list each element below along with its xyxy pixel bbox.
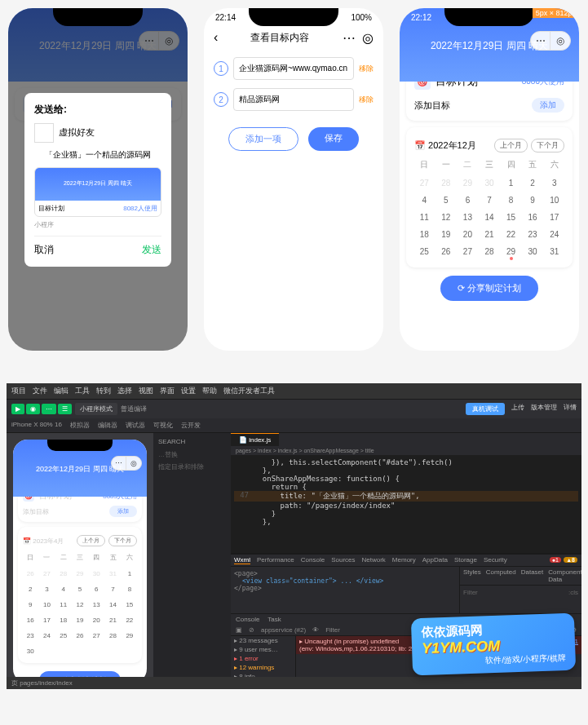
remove-button-2[interactable]: 移除 (359, 95, 374, 105)
styles-panel: StylesComputedDatasetComponent Data Filt… (459, 567, 581, 613)
simulator-panel: ⋯◎ 2022年12月29日 周四 晴天 🎯目标计划 8083人使用 添加目标 … (7, 433, 153, 689)
compile-mode-select[interactable]: 小程序模式 (75, 403, 117, 415)
page-title: 查看目标内容 (250, 31, 309, 45)
save-button[interactable]: 保存 (308, 127, 359, 151)
close-icon[interactable]: ◎ (550, 32, 570, 50)
send-button[interactable]: 发送 (142, 243, 161, 257)
file-tab[interactable]: 📄 index.js (231, 433, 279, 446)
next-month-button[interactable]: 下个月 (531, 139, 564, 153)
back-icon[interactable]: ‹ (214, 30, 218, 45)
menu-icon[interactable]: ⋯ (531, 32, 550, 50)
share-dialog: 发送给: 虚拟好友 「企业猫」一个精品的源码网 2022年12月29日 周四 晴… (24, 93, 171, 267)
calendar-grid[interactable]: 日一二三四五六272829301234567891011121314151617… (414, 156, 564, 259)
app-type-label: 小程序 (34, 220, 161, 229)
device-label[interactable]: iPhone X 80% 16 (11, 421, 62, 430)
capsule[interactable]: ⋯◎ (530, 31, 571, 51)
friend-name: 虚拟好友 (59, 126, 95, 139)
breadcrumb[interactable]: pages > index > index.js > onShareAppMes… (231, 446, 581, 455)
prev-month-button[interactable]: 上个月 (494, 139, 528, 153)
upload-link[interactable]: 上传 (511, 403, 524, 415)
menu-bar[interactable]: 项目文件编辑工具转到选择视图界面设置帮助微信开发者工具 (7, 383, 581, 400)
phone-3-calendar: 5px × 812px 22:12 ⋯◎ 2022年12月29日 周四 晴天 🎯… (400, 8, 579, 351)
watermark-logo: 依依源码网 Y1YM.COM 软件/游戏/小程序/棋牌 (412, 616, 575, 681)
target-input-1[interactable]: 企业猫源码网~www.qymao.cn (233, 57, 354, 80)
code-editor[interactable]: }), this.selectComponent("#date").fetch(… (231, 455, 581, 553)
toolbar: ▶ ◉ ⋯ ☰ 小程序模式 普通编译 真机调试 上传 版本管理 详情 (7, 400, 581, 418)
calendar-card: 📅 2022年12月 上个月 下个月 日一二三四五六27282930123456… (406, 127, 573, 267)
wechat-devtools-ide: 项目文件编辑工具转到选择视图界面设置帮助微信开发者工具 ▶ ◉ ⋯ ☰ 小程序模… (7, 383, 581, 689)
version-link[interactable]: 版本管理 (531, 403, 557, 415)
detail-link[interactable]: 详情 (564, 403, 577, 415)
input-index: 1 (214, 61, 228, 76)
phone-2-edit: 22:14 100% ‹ 查看目标内容 ⋯ ◎ 1 企业猫源码网~www.qym… (204, 8, 383, 351)
status-time: 22:14 (215, 13, 236, 22)
input-row-1: 1 企业猫源码网~www.qymao.cn 移除 (214, 57, 374, 80)
close-icon[interactable]: ◎ (362, 30, 374, 46)
cal-icon: 📅 2022年12月 (414, 139, 476, 152)
status-battery: 100% (351, 13, 372, 22)
sub-toolbar: iPhone X 80% 16 模拟器编辑器调试器可视化云开发 (7, 418, 581, 433)
target-input-2[interactable]: 精品源码网 (233, 88, 354, 111)
add-button[interactable]: 添加 (532, 98, 564, 113)
friend-avatar[interactable] (34, 123, 54, 143)
add-item-button[interactable]: 添加一项 (228, 127, 298, 151)
close-icon[interactable]: ◎ (126, 457, 141, 470)
send-to-label: 发送给: (34, 103, 161, 117)
devtools-tabs[interactable]: WxmlPerformanceConsoleSourcesNetworkMemo… (231, 555, 581, 567)
tb-btn[interactable]: ☰ (58, 404, 72, 414)
preview-header: 2022年12月29日 周四 晴天 (35, 168, 161, 201)
explorer-panel[interactable]: SEARCH …替换 指定目录和排除 (153, 433, 231, 689)
notch (249, 8, 338, 26)
simulator-phone[interactable]: ⋯◎ 2022年12月29日 周四 晴天 🎯目标计划 8083人使用 添加目标 … (13, 440, 147, 683)
ordinary-compile[interactable]: 普通编译 (121, 404, 147, 413)
share-preview: 2022年12月29日 周四 晴天 目标计划8082人使用 (34, 167, 161, 217)
tb-btn[interactable]: ▶ (11, 404, 24, 414)
share-desc: 「企业猫」一个精品的源码网 (34, 149, 161, 161)
tb-btn[interactable]: ⋯ (42, 404, 56, 414)
notch (53, 8, 143, 26)
debug-button[interactable]: 真机调试 (466, 403, 505, 415)
notch (444, 8, 534, 26)
tb-btn[interactable]: ◉ (26, 404, 40, 414)
menu-icon[interactable]: ⋯ (112, 457, 126, 470)
input-row-2: 2 精品源码网 移除 (214, 88, 374, 111)
wxml-panel[interactable]: <page> <view class="container"> ... </vi… (231, 567, 459, 613)
phone-1-share: ⋯◎ 2022年12月29日 周四 晴天 🎯目标计划 8082人使用 发送给: … (8, 8, 188, 351)
status-time: 22:12 (411, 13, 431, 22)
dimension-badge: 5px × 812px (533, 8, 579, 18)
add-target-label: 添加目标 (414, 99, 450, 112)
share-button[interactable]: ⟳ 分享制定计划 (440, 276, 538, 301)
menu-icon[interactable]: ⋯ (343, 30, 356, 46)
modal-overlay: 发送给: 虚拟好友 「企业猫」一个精品的源码网 2022年12月29日 周四 晴… (8, 8, 188, 351)
remove-button-1[interactable]: 移除 (359, 64, 374, 74)
notch (47, 440, 113, 451)
sim-calendar[interactable]: 日一二三四五六262728293031123456789101112131415… (23, 550, 137, 658)
input-index: 2 (214, 92, 228, 107)
cancel-button[interactable]: 取消 (34, 243, 54, 257)
